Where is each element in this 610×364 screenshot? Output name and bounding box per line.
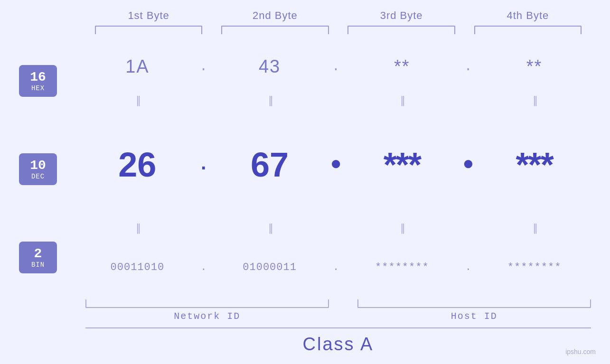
- network-bracket-container: [85, 299, 338, 308]
- hex-dot-2: .: [327, 59, 346, 74]
- sep-row-2: ∥ ∥ ∥ ∥: [81, 222, 591, 235]
- bracket-cell-4: [465, 26, 591, 34]
- bottom-section: Network ID Host ID Class A: [85, 299, 591, 355]
- host-id-label: Host ID: [357, 311, 591, 322]
- hex-name: HEX: [25, 84, 51, 92]
- bin-dot-2: .: [327, 261, 346, 273]
- main-container: 1st Byte 2nd Byte 3rd Byte 4th Byte 16 H…: [0, 0, 610, 364]
- bin-val-2: 01000011: [213, 261, 327, 273]
- hex-val-3: **: [346, 56, 459, 77]
- bin-num: 2: [25, 246, 51, 261]
- dec-dot-2: ●: [327, 154, 346, 175]
- byte-headers: 1st Byte 2nd Byte 3rd Byte 4th Byte: [85, 9, 591, 22]
- network-id-label: Network ID: [85, 311, 338, 322]
- byte-header-1: 1st Byte: [85, 9, 212, 22]
- hex-badge: 16 HEX: [19, 65, 57, 97]
- main-grid: 16 HEX 10 DEC 2 BIN 1A .: [19, 39, 591, 299]
- bin-val-4: ********: [478, 261, 591, 273]
- top-bracket-3: [347, 26, 455, 34]
- bin-row: 00011010 . 01000011 . ******** .: [81, 235, 591, 299]
- top-bracket-2: [221, 26, 328, 34]
- bracket-gap: [338, 299, 357, 308]
- class-section: Class A: [85, 327, 591, 355]
- dec-val-4: ***: [478, 145, 591, 184]
- hex-val-1: 1A: [81, 56, 194, 77]
- hex-dot-1: .: [194, 59, 213, 74]
- host-bracket-container: [357, 299, 591, 308]
- hex-dot-3: .: [459, 59, 478, 74]
- byte-header-3: 3rd Byte: [338, 9, 465, 22]
- bin-val-1: 00011010: [81, 261, 194, 273]
- label-gap: [338, 311, 357, 322]
- dec-dot-1: .: [194, 154, 213, 175]
- dec-val-3: ***: [346, 145, 459, 184]
- byte-header-2: 2nd Byte: [212, 9, 338, 22]
- sep-row-1: ∥ ∥ ∥ ∥: [81, 94, 591, 107]
- sep-1-2: ∥: [213, 93, 327, 108]
- dec-badge: 10 DEC: [19, 153, 57, 185]
- hex-val-4: **: [478, 56, 591, 77]
- dec-val-1: 26: [81, 145, 194, 184]
- network-bracket: [85, 299, 329, 308]
- dec-name: DEC: [25, 173, 51, 180]
- hex-row: 1A . 43 . ** . **: [81, 39, 591, 94]
- top-brackets: [85, 26, 591, 34]
- sep-1-3: ∥: [346, 93, 459, 108]
- sep-2-4: ∥: [478, 221, 591, 236]
- class-label: Class A: [85, 334, 591, 355]
- hex-val-2: 43: [213, 56, 327, 77]
- class-line: [85, 327, 591, 328]
- sep-1-4: ∥: [478, 93, 591, 108]
- host-bracket: [357, 299, 591, 308]
- hex-num: 16: [25, 70, 51, 84]
- dec-dot-3: ●: [459, 154, 478, 175]
- bracket-cell-2: [212, 26, 338, 34]
- sep-1-1: ∥: [81, 93, 194, 108]
- bin-badge: 2 BIN: [19, 242, 57, 273]
- sep-2-2: ∥: [213, 221, 327, 236]
- sep-2-3: ∥: [346, 221, 459, 236]
- byte-header-4: 4th Byte: [465, 9, 591, 22]
- bracket-cell-3: [338, 26, 465, 34]
- sep-2-1: ∥: [81, 221, 194, 236]
- base-labels: 16 HEX 10 DEC 2 BIN: [19, 39, 81, 299]
- content-grid: 1A . 43 . ** . **: [81, 39, 591, 299]
- top-bracket-4: [474, 26, 582, 34]
- bin-dot-3: .: [459, 261, 478, 273]
- bin-name: BIN: [25, 261, 51, 269]
- dec-val-2: 67: [213, 145, 327, 184]
- watermark: ipshu.com: [565, 348, 596, 355]
- bottom-labels: Network ID Host ID: [85, 311, 591, 322]
- dec-row: 26 . 67 ● *** ● ***: [81, 107, 591, 222]
- dec-num: 10: [25, 158, 51, 173]
- bin-dot-1: .: [194, 261, 213, 273]
- bottom-brackets: [85, 299, 591, 308]
- bracket-cell-1: [85, 26, 212, 34]
- bin-val-3: ********: [346, 261, 459, 273]
- top-bracket-1: [95, 26, 202, 34]
